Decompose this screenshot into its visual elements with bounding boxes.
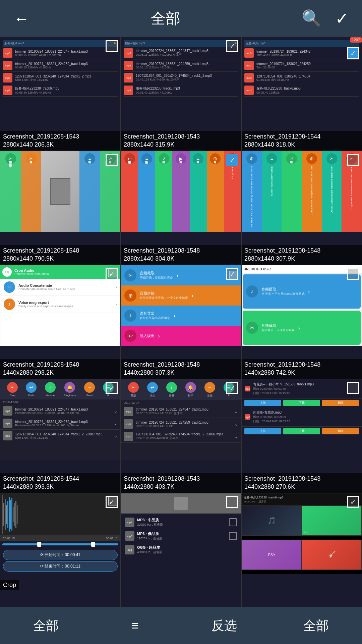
header: ← 全部 🔍 ✓ (0, 0, 362, 37)
screenshot-label: Screenshot_20191208-1548 2880x1440 790.9… (0, 245, 120, 265)
screenshot-info: 2880x1440 790.9K (3, 255, 118, 263)
screenshot-info: 1440x2880 393.3K (3, 483, 118, 491)
selection-checkbox[interactable] (347, 382, 359, 394)
screenshot-filename: Screenshot_20191208-1548 (3, 247, 118, 255)
screenshot-info: 2880x1440 307.9K (244, 255, 359, 263)
screenshot-label: Screenshot_20191208-1548 2880x1440 307.9… (242, 245, 362, 265)
notification-badge: 1207 (350, 37, 362, 43)
header-title: 全部 (151, 9, 180, 29)
check-icon: ✓ (227, 269, 237, 279)
screenshot-filename: Screenshot_20191208-1543 (3, 133, 118, 141)
selection-checkbox[interactable] (106, 40, 118, 52)
screenshot-label: Screenshot_20191208-1544 2880x1440 318.0… (242, 131, 362, 151)
screenshot-cell[interactable]: ✂截取 ↩淡入 ♪音量 🔔铃声 →发送 ☰≡ 2019-12-07 mp3tri… (121, 379, 241, 493)
screenshot-info: 2880x1440 206.3K (3, 141, 118, 149)
screenshot-cell[interactable]: ↩ 淡入淡出 渐变感受软性感觉 ≡ 音频截取 剪辑 ↗ 音频截取 ▶ 音频截取 … (121, 151, 241, 265)
back-button[interactable]: ← (13, 9, 29, 28)
check-icon: ✓ (227, 155, 237, 165)
screenshot-label: Screenshot_20191208-1543 1440x2880 270.6… (242, 473, 362, 493)
screenshot-cell[interactable]: mp3 青花瓷--一颗小苹 hi_151539_track1.mp3 播放 00… (241, 379, 362, 493)
screenshot-cell[interactable]: 服务-晚风.mp3▶ mp3trimmer_20190724_183621_22… (0, 37, 121, 151)
screenshot-info: 1440x2880 298.2K (3, 369, 118, 377)
check-icon: ✓ (107, 269, 117, 279)
screenshot-label: Screenshot_20191208-1548 1440x2880 742.9… (242, 359, 362, 379)
screenshot-info: 1440x2880 307.3K (124, 369, 238, 377)
selection-checkbox[interactable]: ✓ (226, 268, 238, 280)
screenshot-cell[interactable]: mp3 MP3 · 中品质 220SC Hz，标准质 mp3 MP3 · 低品质… (121, 493, 241, 607)
selection-checkbox[interactable]: ✓ (347, 496, 359, 508)
crop-label: Crop (0, 580, 19, 590)
check-icon: ✓ (227, 383, 237, 393)
selection-checkbox[interactable]: ✓ (106, 268, 118, 280)
select-all-button[interactable]: 全部 (293, 614, 339, 638)
screenshot-filename: Screenshot_20191208-1548 (124, 361, 238, 369)
confirm-button[interactable]: ✓ (335, 9, 349, 28)
screenshot-filename: Screenshot_20191208-1543 (124, 475, 238, 483)
screenshot-cell[interactable]: 20:01:1500:01:11 ⟳ 开始时间：00:00:41 ⟳ 结束时间：… (0, 493, 121, 607)
check-icon: ✓ (348, 497, 358, 507)
check-icon: ✓ (227, 41, 237, 51)
screenshot-grid: 服务-晚风.mp3▶ mp3trimmer_20190724_183621_22… (0, 37, 362, 607)
screenshot-label: Screenshot_20191208-1548 1440x2880 307.3… (121, 359, 241, 379)
search-button[interactable]: 🔍 (302, 9, 322, 28)
check-icon: ✓ (107, 497, 117, 507)
screenshot-label: Screenshot_20191208-1544 1440x2880 393.3… (0, 473, 120, 493)
screenshot-cell[interactable]: ✂Crop ↩Fade ♪Volume 🔔Ringtones →Send ☰≡ … (0, 379, 121, 493)
invert-button[interactable]: 反选 (201, 614, 247, 638)
screenshot-cell[interactable]: 服务-晚风.mp3▶ mp3trimmer_20190724_183621_22… (121, 37, 241, 151)
screenshot-cell[interactable]: ✂ 音频截取剪辑音乐，仅保留你喜欢 › ⊕ 音频拼接合并拼接多个音乐，一个文件全… (121, 265, 241, 379)
screenshot-filename: Screenshot_20191208-1544 (3, 475, 118, 483)
screenshot-filename: Screenshot_20191208-1543 (124, 133, 238, 141)
bottom-bar: 全部 ≡ 反选 全部 (0, 607, 362, 644)
screenshot-info: 1440x2880 270.6K (244, 483, 359, 491)
screenshot-label: Screenshot_20191208-1543 2880x1440 206.3… (0, 131, 120, 151)
screenshot-cell[interactable]: ✂ 音频截取 剪辑音乐，仅保留你喜欢 ✂ 音频截取 ≡ 音频截取 ↗ 音频截取 (0, 151, 121, 265)
selection-checkbox[interactable]: ✓ (106, 382, 118, 394)
screenshot-info: 2880x1440 318.0K (244, 141, 359, 149)
screenshot-cell[interactable]: ✂ Crop AudioRemove noise from audio ≡ Au… (0, 265, 121, 379)
header-actions: 🔍 ✓ (302, 9, 349, 28)
screenshot-filename: Screenshot_20191208-1543 (244, 475, 359, 483)
screenshot-filename: Screenshot_20191208-1544 (244, 133, 359, 141)
screenshot-filename: Screenshot_20191208-1548 (124, 247, 238, 255)
selection-checkbox[interactable]: ✓ (226, 154, 238, 166)
screenshot-filename: Screenshot_20191208-1548 (244, 361, 359, 369)
screenshot-info: 1440x2880 742.9K (244, 369, 359, 377)
selection-checkbox[interactable]: ✓ (226, 40, 238, 52)
selection-checkbox[interactable] (106, 154, 118, 166)
screenshot-cell[interactable]: ⊕ The audio msg export Easily concat and… (241, 151, 362, 265)
screenshot-label: Screenshot_20191208-1543 1440x2880 403.7… (121, 473, 241, 493)
screenshot-label: Screenshot_20191208-1548 2880x1440 304.8… (121, 245, 241, 265)
selection-checkbox[interactable] (226, 496, 238, 508)
selection-checkbox[interactable] (347, 154, 359, 166)
menu-button[interactable]: ≡ (115, 612, 155, 639)
screenshot-cell[interactable]: UNLIMITED USE! ♪ 音频提取从压缩/半平台从KMP3/转换格式 ›… (241, 265, 362, 379)
all-button[interactable]: 全部 (23, 614, 69, 638)
screenshot-info: 1440x2880 403.7K (124, 483, 238, 491)
selection-checkbox[interactable]: ✓ (106, 496, 118, 508)
check-icon: ✓ (107, 383, 117, 393)
selection-checkbox[interactable]: ✓ (226, 382, 238, 394)
screenshot-label: Screenshot_20191208-1543 2880x1440 315.9… (121, 131, 241, 151)
screenshot-label: Screenshot_20191208-1548 1440x2880 298.2… (0, 359, 120, 379)
screenshot-filename: Screenshot_20191208-1548 (244, 247, 359, 255)
screenshot-cell[interactable]: 服务-晚风.mp3 mp3trimmer_20190724_183621_224… (241, 37, 362, 151)
screenshot-info: 2880x1440 315.9K (124, 141, 238, 149)
selection-checkbox[interactable]: ✓ (347, 47, 359, 59)
selection-checkbox[interactable] (347, 268, 359, 280)
screenshot-cell[interactable]: 服务-晚风223238_track6.mp3 4800C Hz，超音质 🎵 JA… (241, 493, 362, 607)
screenshot-info: 2880x1440 304.8K (124, 255, 238, 263)
screenshot-filename: Screenshot_20191208-1548 (3, 361, 118, 369)
menu-icon[interactable]: ≡ (125, 615, 145, 636)
